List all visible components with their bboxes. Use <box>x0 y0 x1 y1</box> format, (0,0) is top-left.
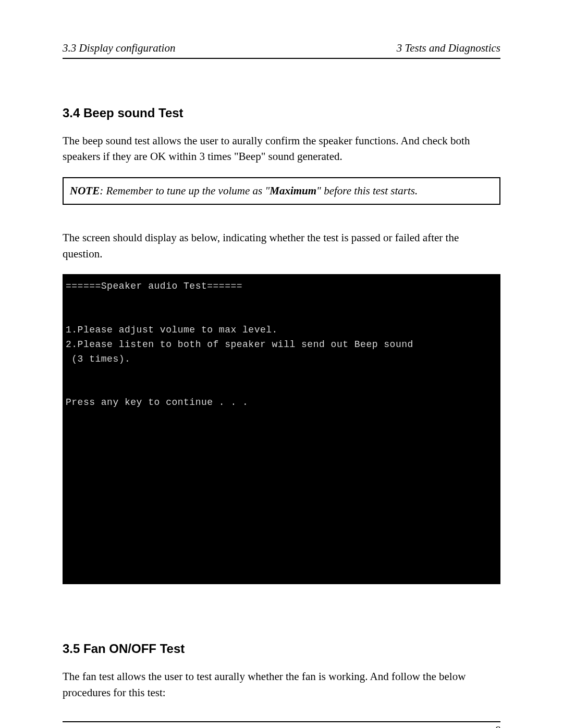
page-number: 9 <box>495 724 500 728</box>
section-heading-beep: 3.4 Beep sound Test <box>63 106 500 120</box>
term-line-4: 1.Please adjust volume to max level. <box>66 325 278 335</box>
note-box: NOTE: Remember to tune up the volume as … <box>63 177 500 205</box>
beep-paragraph-2: The screen should display as below, indi… <box>63 230 500 262</box>
terminal-screenshot: ======Speaker audio Test====== 1.Please … <box>63 274 500 584</box>
note-label: NOTE <box>70 184 100 197</box>
running-header: 3.3 Display configuration 3 Tests and Di… <box>63 42 500 59</box>
term-line-1: ======Speaker audio Test====== <box>66 281 242 291</box>
footer: 9 <box>63 721 500 728</box>
note-bold-word: Maximum <box>270 184 316 197</box>
term-line-6: (3 times). <box>66 354 130 364</box>
fan-paragraph-1: The fan test allows the user to test aur… <box>63 669 500 700</box>
note-text-post: " before this test starts. <box>316 184 418 197</box>
term-line-5: 2.Please listen to both of speaker will … <box>66 339 413 350</box>
header-left: 3.3 Display configuration <box>63 42 175 55</box>
section-heading-fan: 3.5 Fan ON/OFF Test <box>63 641 500 656</box>
note-text-pre: : Remember to tune up the volume as " <box>100 184 270 197</box>
term-line-9: Press any key to continue . . . <box>66 397 248 408</box>
beep-paragraph-1: The beep sound test allows the user to a… <box>63 133 500 165</box>
header-right: 3 Tests and Diagnostics <box>397 42 500 55</box>
page-content: 3.3 Display configuration 3 Tests and Di… <box>0 0 563 728</box>
